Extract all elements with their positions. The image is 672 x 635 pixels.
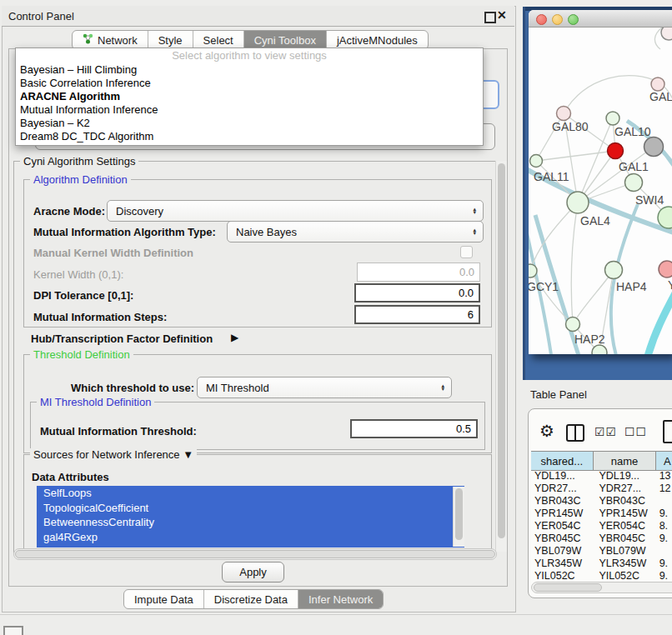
column-header-name[interactable]: name <box>594 452 657 470</box>
algorithm-option-basic-correlation-inference[interactable]: Basic Correlation Inference <box>16 77 483 90</box>
combo-spinner-icon: ▴ ▾ <box>441 384 444 391</box>
attribute-item-topologicalcoefficient[interactable]: TopologicalCoefficient <box>37 501 464 516</box>
table-cell: 9. <box>656 532 672 545</box>
node-label-gal4: GAL4 <box>580 214 610 228</box>
network-node[interactable] <box>644 138 664 157</box>
checked-pair-icon[interactable]: ☑☑ <box>594 425 617 438</box>
table-horizontal-scrollbar[interactable] <box>531 582 672 593</box>
tab-select[interactable]: Select <box>193 31 243 49</box>
dpi-tolerance-field[interactable]: 0.0 <box>354 283 480 302</box>
close-icon[interactable]: ✕ <box>497 8 507 22</box>
column-view-icon[interactable] <box>566 424 584 442</box>
table-body: YDL19...YDL19...13YDR27...YDR27...12YBR0… <box>531 470 672 582</box>
algorithm-option-dream8-dc-tdc-algorithm[interactable]: Dream8 DC_TDC Algorithm <box>16 130 483 143</box>
table-row[interactable]: YLR345WYLR345W9. <box>531 558 672 570</box>
tab-cyni-toolbox[interactable]: Cyni Toolbox <box>243 31 326 49</box>
tab-discretize-data[interactable]: Discretize Data <box>203 590 298 608</box>
minimized-panel-icon[interactable] <box>3 626 23 635</box>
algorithm-option-bayesian-hill-climbing[interactable]: Bayesian – Hill Climbing <box>16 63 483 77</box>
attribute-item-gal4rgexp[interactable]: gal4RGexp <box>37 530 464 545</box>
table-cell: YER054C <box>531 520 590 532</box>
gear-icon[interactable]: ⚙ <box>539 422 554 439</box>
network-window-titlebar[interactable] <box>529 10 672 28</box>
table-cell: YLR345W <box>531 558 590 570</box>
aracne-mode-combo[interactable]: Discovery ▴ ▾ <box>107 200 484 222</box>
kernel-width-field[interactable]: 0.0 <box>357 262 480 282</box>
network-node[interactable] <box>592 345 607 354</box>
table-row[interactable]: YBR045CYBR045C9. <box>531 532 672 545</box>
tab-label: Cyni Toolbox <box>254 34 316 47</box>
hub-definition-label[interactable]: Hub/Transcription Factor Definition <box>31 332 213 345</box>
table-row[interactable]: YDL19...YDL19...13 <box>531 470 672 482</box>
control-panel-title: Control Panel <box>8 10 74 22</box>
mi-steps-field[interactable]: 6 <box>354 305 480 324</box>
network-node[interactable] <box>661 28 672 40</box>
attribute-item-betweennesscentrality[interactable]: BetweennessCentrality <box>37 515 464 530</box>
tab-label: Impute Data <box>134 593 193 606</box>
table-cell: YBL079W <box>590 545 655 558</box>
network-node[interactable] <box>567 192 589 213</box>
cyni-bottom-tab-bar: Impute DataDiscretize DataInfer Network <box>123 589 384 609</box>
network-node[interactable] <box>608 143 624 159</box>
network-node[interactable] <box>605 262 623 279</box>
table-row[interactable]: YBL079WYBL079W <box>531 545 672 558</box>
table-cell: YDR27... <box>590 482 655 495</box>
mac-close-icon[interactable] <box>536 14 547 25</box>
mi-type-combo[interactable]: Naive Bayes ▴ ▾ <box>227 221 484 242</box>
document-icon[interactable] <box>663 420 672 443</box>
table-row[interactable]: YIL052CYIL052C9. <box>531 570 672 582</box>
network-node[interactable] <box>651 78 664 91</box>
settings-horizontal-scrollbar[interactable] <box>13 548 497 560</box>
table-row[interactable]: YBR043CYBR043C <box>531 495 672 508</box>
which-threshold-label: Which threshold to use: <box>71 382 194 394</box>
network-graph-view[interactable]: GALGAL80GAL10GAL1GAL11GAL4SWI4GCY1HAP4YH… <box>529 28 672 354</box>
apply-button[interactable]: Apply <box>222 562 284 582</box>
table-row[interactable]: YPR145WYPR145W9. <box>531 508 672 520</box>
mac-zoom-icon[interactable] <box>568 14 579 25</box>
unchecked-pair-icon[interactable]: ☐☐ <box>624 425 647 438</box>
tab-network[interactable]: Network <box>73 31 148 49</box>
settings-vertical-scrollbar[interactable] <box>495 161 507 552</box>
network-node[interactable] <box>659 261 672 278</box>
network-node[interactable] <box>529 264 537 278</box>
table-row[interactable]: YER054CYER054C8. <box>531 520 672 532</box>
attribute-item-selfloops[interactable]: SelfLoops <box>37 486 464 501</box>
node-label-y: Y <box>668 278 672 292</box>
manual-kernel-checkbox[interactable] <box>460 246 473 258</box>
collapse-down-icon[interactable]: ▼ <box>183 448 193 461</box>
network-node[interactable] <box>606 112 619 125</box>
tab-infer-network[interactable]: Infer Network <box>298 590 383 608</box>
mi-steps-label: Mutual Information Steps: <box>33 311 167 323</box>
column-header-a[interactable]: A <box>656 452 672 470</box>
column-header-shared[interactable]: shared... <box>531 452 594 470</box>
which-threshold-combo[interactable]: MI Threshold ▴ ▾ <box>197 377 452 398</box>
table-cell: YBR043C <box>590 495 655 508</box>
expand-right-icon[interactable]: ▶ <box>231 332 238 343</box>
algorithm-option-bayesian-k2[interactable]: Bayesian – K2 <box>16 117 483 130</box>
mac-minimize-icon[interactable] <box>552 14 563 25</box>
algorithm-dropdown-popup: Select algorithm to view settings Bayesi… <box>15 48 484 146</box>
algorithm-option-mutual-information-inference[interactable]: Mutual Information Inference <box>16 103 483 117</box>
mi-threshold-field[interactable]: 0.5 <box>350 419 478 438</box>
tab-jactivemnodules[interactable]: jActiveMNodules <box>326 31 428 49</box>
float-panel-icon[interactable] <box>484 12 496 23</box>
aracne-mode-label: Aracne Mode: <box>33 205 105 218</box>
attributes-list-scrollbar[interactable] <box>453 487 464 547</box>
network-node[interactable] <box>658 207 672 228</box>
node-label-gal11: GAL11 <box>534 170 569 183</box>
tab-style[interactable]: Style <box>148 31 193 49</box>
table-panel-title: Table Panel <box>530 388 587 401</box>
node-label-gal: GAL <box>649 90 672 103</box>
combo-spinner-icon: ▴ ▾ <box>473 208 476 214</box>
network-node[interactable] <box>530 155 543 168</box>
tab-label: jActiveMNodules <box>337 34 418 47</box>
network-edge <box>536 151 615 161</box>
network-node[interactable] <box>557 107 571 121</box>
network-node[interactable] <box>625 174 643 192</box>
algorithm-option-aracne-algorithm[interactable]: ARACNE Algorithm <box>16 90 483 103</box>
network-node[interactable] <box>566 318 580 332</box>
table-cell <box>656 545 672 558</box>
tab-impute-data[interactable]: Impute Data <box>124 590 203 608</box>
tab-label: Discretize Data <box>214 593 288 606</box>
table-row[interactable]: YDR27...YDR27...12 <box>531 482 672 495</box>
